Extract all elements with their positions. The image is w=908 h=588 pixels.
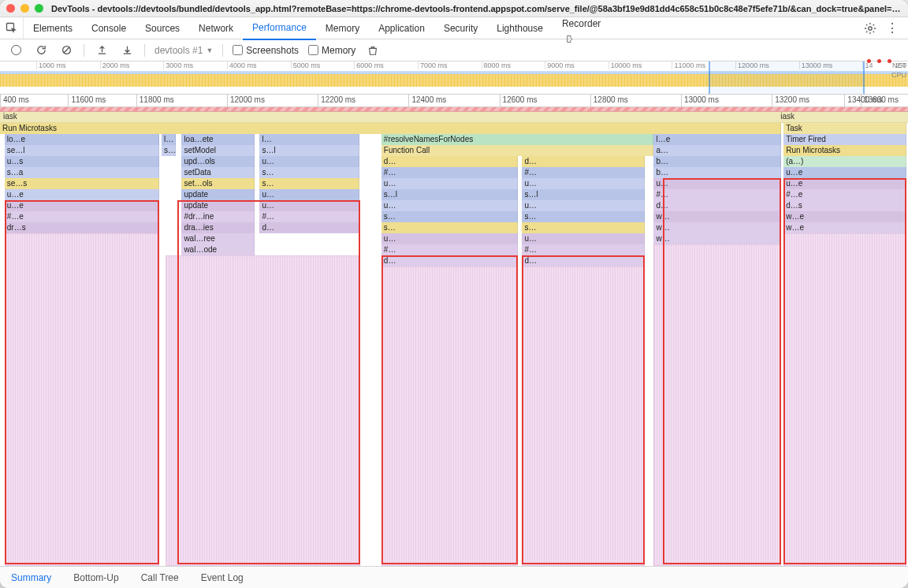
flame-bar[interactable]: dr…s xyxy=(5,222,159,233)
clear-button[interactable] xyxy=(58,43,74,58)
flame-bar[interactable]: #… xyxy=(522,244,645,255)
flame-bar[interactable]: setModel xyxy=(181,145,254,156)
zoom-button[interactable] xyxy=(35,4,43,13)
flame-bar[interactable]: #… xyxy=(381,244,518,255)
flame-bar[interactable]: u…e xyxy=(5,189,159,200)
flame-bar[interactable]: s… xyxy=(259,178,359,189)
panel-tab-network[interactable]: Network xyxy=(189,17,243,39)
panel-tab-console[interactable]: Console xyxy=(82,17,136,39)
flame-bar[interactable]: wal…ode xyxy=(181,244,254,255)
flame-deep-stack[interactable] xyxy=(381,266,518,566)
flame-bar[interactable]: d… xyxy=(259,222,359,233)
flame-bar[interactable]: u…s xyxy=(5,156,159,167)
save-profile-button[interactable] xyxy=(119,43,135,58)
details-tab-event-log[interactable]: Event Log xyxy=(190,567,255,589)
minimize-button[interactable] xyxy=(20,4,29,13)
flame-bar[interactable]: #… xyxy=(259,211,359,222)
flame-bar[interactable]: #… xyxy=(653,189,780,200)
flame-bar[interactable]: s…l xyxy=(381,189,518,200)
flame-bar[interactable]: Function Call xyxy=(381,145,654,156)
flame-bar[interactable]: set…ols xyxy=(181,178,254,189)
flame-bar[interactable]: s… xyxy=(381,211,518,222)
flame-bar[interactable]: lo…e xyxy=(162,134,176,145)
flame-bar[interactable]: u… xyxy=(522,200,645,211)
flame-bar[interactable]: Timer Fired xyxy=(783,134,906,145)
flame-bar[interactable]: loa…ete xyxy=(181,134,254,145)
flame-bar[interactable]: Run Microtasks xyxy=(783,145,906,156)
memory-checkbox[interactable]: Memory xyxy=(308,45,355,56)
close-button[interactable] xyxy=(6,4,15,13)
flame-bar[interactable]: s…l xyxy=(522,189,645,200)
flame-bar[interactable]: s…l xyxy=(259,145,359,156)
flame-bar[interactable]: s… xyxy=(259,167,359,178)
flame-bar[interactable]: s… xyxy=(522,211,645,222)
reload-record-button[interactable] xyxy=(33,43,49,58)
flame-ruler[interactable]: 400 ms11600 ms11800 ms12000 ms12200 ms12… xyxy=(0,95,908,107)
flame-bar[interactable]: upd…ols xyxy=(181,156,254,167)
flame-bar[interactable]: setData xyxy=(181,167,254,178)
flame-deep-stack[interactable] xyxy=(783,233,906,566)
flame-bar[interactable]: #…e xyxy=(5,211,159,222)
flame-bar[interactable]: d… xyxy=(381,255,518,266)
flame-bar[interactable]: #… xyxy=(522,167,645,178)
flame-bar[interactable]: update xyxy=(181,200,254,211)
flame-bar[interactable]: w…e xyxy=(783,222,906,233)
profile-selector[interactable]: devtools #1 ▼ xyxy=(154,45,213,56)
flame-bar[interactable]: u… xyxy=(522,233,645,244)
panel-tab-security[interactable]: Security xyxy=(434,17,487,39)
flame-bar[interactable]: s… xyxy=(522,222,645,233)
flame-bar[interactable]: #…e xyxy=(783,189,906,200)
flame-bar[interactable]: wal…ree xyxy=(181,233,254,244)
flame-bar[interactable]: w…e xyxy=(783,211,906,222)
load-profile-button[interactable] xyxy=(94,43,110,58)
flame-bar[interactable]: d… xyxy=(522,255,645,266)
flame-bar[interactable]: d… xyxy=(522,156,645,167)
flame-bar[interactable]: se…l xyxy=(162,145,176,156)
panel-tab-elements[interactable]: Elements xyxy=(24,17,82,39)
flame-bar[interactable]: #resolveNamesForNodes xyxy=(381,134,654,145)
flame-bar[interactable]: l…e xyxy=(653,134,780,145)
flame-deep-stack[interactable] xyxy=(5,233,159,566)
flame-bar[interactable]: u… xyxy=(522,178,645,189)
flame-chart[interactable]: Run MicrotasksTaskTimer FiredRun Microta… xyxy=(0,123,908,566)
flame-bar[interactable]: #… xyxy=(381,167,518,178)
panel-tab-sources[interactable]: Sources xyxy=(136,17,189,39)
flame-bar[interactable]: u… xyxy=(653,178,780,189)
record-button[interactable] xyxy=(8,43,24,58)
flame-deep-stack[interactable] xyxy=(653,244,780,566)
flame-deep-stack[interactable] xyxy=(166,255,361,566)
screenshots-checkbox[interactable]: Screenshots xyxy=(233,45,299,56)
flame-bar[interactable]: u…e xyxy=(5,200,159,211)
flame-bar[interactable]: #dr…ine xyxy=(181,211,254,222)
flame-bar[interactable]: u… xyxy=(259,189,359,200)
flame-bar[interactable]: w… xyxy=(653,211,780,222)
flame-bar[interactable]: se…s xyxy=(5,178,159,189)
flame-bar[interactable]: d… xyxy=(653,200,780,211)
panel-tab-memory[interactable]: Memory xyxy=(316,17,369,39)
flame-bar[interactable]: d…s xyxy=(783,200,906,211)
flame-bar[interactable]: Run Microtasks xyxy=(0,123,781,134)
flame-bar[interactable]: u… xyxy=(381,233,518,244)
details-tab-call-tree[interactable]: Call Tree xyxy=(130,567,190,589)
settings-gear-icon[interactable] xyxy=(861,19,880,38)
flame-bar[interactable]: lo…e xyxy=(5,134,159,145)
flame-bar[interactable]: l… xyxy=(259,134,359,145)
more-menu-icon[interactable]: ⋮ xyxy=(883,20,902,35)
flame-bar[interactable]: Task xyxy=(783,123,906,134)
flame-bar[interactable]: update xyxy=(181,189,254,200)
flame-bar[interactable]: a… xyxy=(653,145,780,156)
details-tab-summary[interactable]: Summary xyxy=(0,567,62,589)
gc-button[interactable] xyxy=(365,43,381,58)
panel-tab-lighthouse[interactable]: Lighthouse xyxy=(487,17,553,39)
flame-bar[interactable]: s… xyxy=(381,222,518,233)
flame-bar[interactable]: w… xyxy=(653,233,780,244)
flame-bar[interactable]: u… xyxy=(381,178,518,189)
panel-tab-application[interactable]: Application xyxy=(369,17,434,39)
flame-bar[interactable]: b… xyxy=(653,156,780,167)
flame-bar[interactable]: u…e xyxy=(783,178,906,189)
overview[interactable]: 150 1000 ms2000 ms3000 ms4000 ms5000 ms6… xyxy=(0,61,908,95)
flame-bar[interactable]: w… xyxy=(653,222,780,233)
flame-bar[interactable]: u… xyxy=(381,200,518,211)
overview-selection[interactable] xyxy=(709,61,865,94)
flame-bar[interactable]: se…l xyxy=(5,145,159,156)
